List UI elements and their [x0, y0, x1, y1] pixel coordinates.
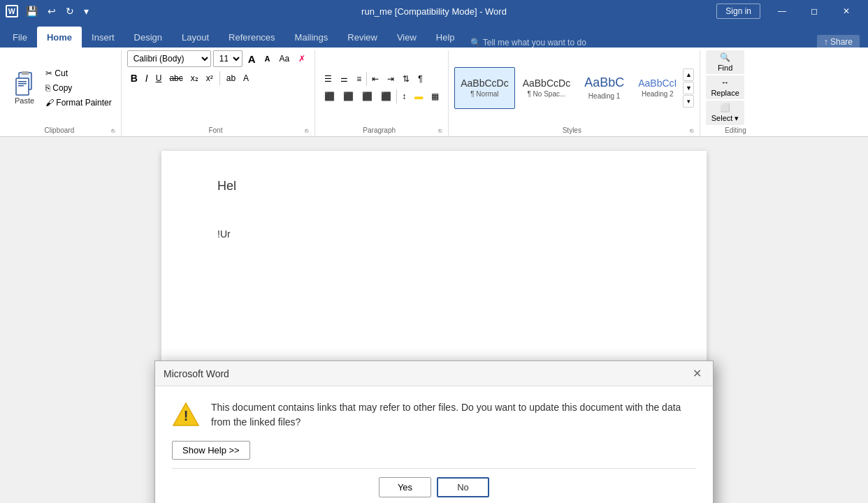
style-normal[interactable]: AaBbCcDc ¶ Normal — [454, 67, 514, 109]
style-no-spacing[interactable]: AaBbCcDc ¶ No Spac... — [516, 67, 577, 109]
replace-button[interactable]: ↔ Replace — [706, 75, 744, 99]
para-label: Paragraph — [321, 125, 437, 136]
show-help-button[interactable]: Show Help >> — [172, 441, 250, 460]
italic-button[interactable]: I — [142, 71, 152, 86]
styles-footer: Styles ⎋ — [454, 125, 694, 136]
font-size-select[interactable]: 11 — [213, 50, 243, 67]
para-divider1 — [366, 72, 367, 86]
underline-button[interactable]: U — [152, 71, 166, 86]
increase-indent-button[interactable]: ⇥ — [384, 71, 398, 87]
share-btn[interactable]: ↑ Share — [811, 35, 865, 48]
svg-text:!: ! — [184, 408, 189, 423]
dialog-buttons: Yes No — [172, 477, 696, 503]
restore-button[interactable]: ◻ — [798, 0, 830, 22]
multilevel-list-button[interactable]: ≡ — [353, 71, 365, 87]
tab-view[interactable]: View — [387, 27, 426, 48]
line-spacing-button[interactable]: ↕ — [398, 89, 410, 104]
close-button[interactable]: ✕ — [830, 0, 862, 22]
tab-references[interactable]: References — [219, 27, 284, 48]
strikethrough-button[interactable]: abc — [166, 71, 186, 86]
tab-insert[interactable]: Insert — [82, 27, 124, 48]
tab-layout[interactable]: Layout — [172, 27, 219, 48]
editing-footer: Editing — [706, 125, 765, 136]
style-normal-label: ¶ Normal — [470, 90, 498, 98]
cut-button[interactable]: ✂ Cut — [42, 66, 115, 80]
content-area: Hel !Ur Microsoft Word ✕ ! This document… — [0, 137, 868, 503]
format-painter-button[interactable]: 🖌 Format Painter — [42, 96, 115, 110]
style-normal-preview: AaBbCcDc — [461, 78, 508, 89]
align-right-button[interactable]: ⬛ — [359, 89, 376, 104]
styles-scroll-up[interactable]: ▲ — [683, 68, 694, 81]
text-highlight-button[interactable]: ab — [223, 71, 239, 86]
align-left-button[interactable]: ⬛ — [321, 89, 338, 104]
styles-scroll-buttons: ▲ ▼ ▾ — [683, 68, 694, 108]
superscript-button[interactable]: x² — [203, 71, 217, 86]
title-bar-right: Sign in — ◻ ✕ — [716, 0, 862, 22]
svg-rect-5 — [18, 81, 27, 82]
styles-expand-button[interactable]: ⎋ — [689, 126, 694, 135]
bullets-button[interactable]: ☰ — [321, 71, 335, 87]
copy-button[interactable]: ⎘ Copy — [42, 81, 115, 95]
font-expand-button[interactable]: ⎋ — [304, 126, 309, 135]
clear-format-button[interactable]: ✗ — [295, 51, 309, 66]
font-family-select[interactable]: Calibri (Body) — [127, 50, 211, 67]
tab-design[interactable]: Design — [124, 27, 172, 48]
clipboard-footer: Clipboard ⎋ — [8, 125, 115, 136]
font-color-button[interactable]: A — [240, 71, 252, 86]
subscript-button[interactable]: x₂ — [187, 71, 202, 86]
tab-help[interactable]: Help — [426, 27, 465, 48]
minimize-button[interactable]: — — [766, 0, 798, 22]
shrink-font-button[interactable]: A — [261, 51, 274, 66]
sort-button[interactable]: ⇅ — [399, 71, 413, 87]
replace-icon: ↔ — [721, 78, 730, 87]
style-heading1[interactable]: AaBbC Heading 1 — [578, 67, 630, 109]
paste-button[interactable]: Paste — [8, 69, 41, 107]
select-button[interactable]: ⬜ Select ▾ — [706, 101, 744, 125]
editing-group: 🔍 Find ↔ Replace ⬜ Select ▾ Editing — [700, 50, 770, 136]
warning-icon: ! — [172, 400, 200, 428]
styles-expand[interactable]: ▾ — [683, 95, 694, 108]
sign-in-button[interactable]: Sign in — [716, 3, 760, 19]
find-button[interactable]: 🔍 Find — [706, 50, 744, 74]
ribbon: File Home Insert Design Layout Reference… — [0, 22, 868, 137]
tab-file[interactable]: File — [3, 27, 37, 48]
word-dialog: Microsoft Word ✕ ! This document contain… — [154, 360, 714, 503]
para-expand-button[interactable]: ⎋ — [437, 126, 442, 135]
show-para-marks-button[interactable]: ¶ — [414, 71, 426, 87]
dialog-title: Microsoft Word — [164, 368, 229, 379]
justify-button[interactable]: ⬛ — [377, 89, 395, 104]
doc-text-2: !Ur — [217, 228, 651, 240]
clipboard-expand-button[interactable]: ⎋ — [110, 126, 115, 135]
tab-mailings[interactable]: Mailings — [285, 27, 338, 48]
shading-button[interactable]: ▬ — [411, 89, 426, 104]
change-case-button[interactable]: Aa — [276, 51, 294, 66]
title-bar-left: W 💾 ↩ ↻ ▾ — [6, 4, 92, 18]
para-divider2 — [396, 89, 397, 103]
word-icon: W — [6, 5, 18, 17]
bold-button[interactable]: B — [127, 71, 141, 86]
styles-scroll-down[interactable]: ▼ — [683, 82, 694, 94]
borders-button[interactable]: ▦ — [428, 89, 442, 104]
svg-rect-3 — [22, 71, 29, 75]
tab-review[interactable]: Review — [338, 27, 387, 48]
font-divider — [219, 71, 220, 85]
clipboard-small-buttons: ✂ Cut ⎘ Copy 🖌 Format Painter — [42, 66, 115, 110]
tab-home[interactable]: Home — [37, 27, 82, 48]
no-button[interactable]: No — [437, 477, 489, 497]
style-heading2[interactable]: AaBbCcI Heading 2 — [632, 67, 683, 109]
find-icon: 🔍 — [720, 52, 730, 62]
grow-font-button[interactable]: A — [245, 51, 259, 66]
numbering-button[interactable]: ⚌ — [337, 71, 352, 87]
yes-button[interactable]: Yes — [379, 477, 431, 497]
save-qat-button[interactable]: 💾 — [22, 4, 41, 18]
undo-qat-button[interactable]: ↩ — [44, 4, 59, 18]
decrease-indent-button[interactable]: ⇤ — [368, 71, 382, 87]
editing-label: Editing — [706, 125, 765, 136]
doc-text-1: Hel — [217, 179, 651, 194]
align-center-button[interactable]: ⬛ — [340, 89, 357, 104]
ribbon-content: Paste ✂ Cut ⎘ Copy 🖌 Format Painter Clip… — [0, 48, 868, 136]
qat-more-button[interactable]: ▾ — [80, 4, 92, 18]
redo-qat-button[interactable]: ↻ — [62, 4, 78, 18]
dialog-close-button[interactable]: ✕ — [690, 367, 704, 380]
dialog-body: ! This document contains links that may … — [155, 386, 713, 503]
